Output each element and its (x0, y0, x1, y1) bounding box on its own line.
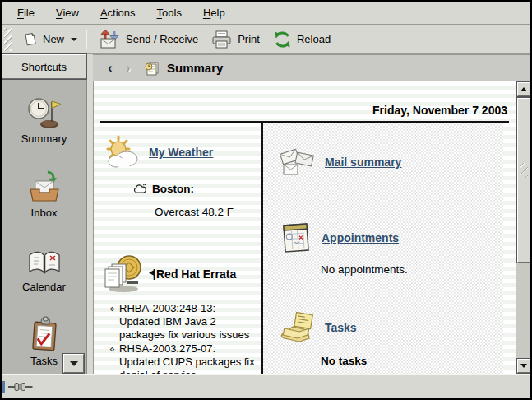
menu-file-mnemonic: F (17, 7, 24, 19)
triangle-up-icon (520, 87, 527, 91)
errata-section-header: Red Hat Errata (102, 254, 258, 294)
cloud-icon (133, 184, 147, 194)
toolbar-separator (86, 30, 87, 49)
menu-bar: File View Actions Tools Help (2, 2, 530, 25)
summary-content: Friday, November 7 2003 (94, 81, 516, 374)
summary-viewport: Friday, November 7 2003 (93, 81, 530, 374)
chevron-down-icon (71, 38, 77, 41)
scrollbar-grip (520, 163, 528, 178)
summary-clock-icon (26, 92, 62, 130)
menu-actions-rest: ctions (108, 7, 136, 19)
flag-icon (149, 269, 155, 280)
toolbar: New Send / Receive (2, 25, 530, 54)
sidebar-label-inbox: Inbox (31, 207, 58, 219)
toolbar-drag-handle[interactable] (4, 28, 12, 51)
reload-icon (273, 30, 292, 49)
send-receive-label: Send / Receive (126, 33, 198, 45)
scroll-up-button[interactable] (517, 82, 530, 96)
no-appointments-text: No appointments. (321, 263, 503, 276)
sidebar-label-summary: Summary (21, 133, 67, 145)
menu-actions-mnemonic: A (100, 7, 108, 19)
no-tasks-text: No tasks (321, 355, 503, 367)
appointments-calendar-icon (278, 221, 314, 255)
online-status-icon[interactable] (8, 381, 36, 393)
menu-file-rest: ile (24, 7, 35, 19)
errata-title-row: Red Hat Errata (149, 267, 236, 281)
sidebar-item-summary[interactable]: Summary (2, 92, 86, 166)
mail-summary-link[interactable]: Mail summary (325, 156, 401, 169)
errata-item[interactable]: RHBA-2003:248-13: Updated IBM Java 2 pac… (109, 302, 255, 342)
summary-left-column: My Weather Boston: Overcast 48. (100, 123, 261, 374)
back-button[interactable]: ‹ (103, 61, 118, 76)
tasks-notes-icon (278, 310, 317, 345)
weather-conditions: Overcast 48.2 F (155, 206, 258, 218)
reload-button[interactable]: Reload (266, 27, 337, 52)
summary-view-icon (144, 61, 160, 76)
menu-item-tools[interactable]: Tools (146, 2, 192, 23)
send-receive-icon (99, 30, 121, 49)
menu-help-rest: elp (210, 7, 224, 19)
sidebar-item-calendar[interactable]: Calendar (2, 240, 86, 314)
tasks-section-header: Tasks (278, 310, 503, 345)
print-label: Print (238, 33, 260, 45)
errata-heading: Red Hat Errata (156, 267, 236, 281)
vertical-scrollbar[interactable] (516, 81, 530, 374)
weather-section-header: My Weather (102, 134, 258, 170)
folder-selector-button[interactable] (63, 354, 84, 373)
menu-item-actions[interactable]: Actions (90, 2, 146, 23)
triangle-down-icon (520, 364, 527, 368)
new-document-icon (23, 31, 38, 47)
menu-item-view[interactable]: View (45, 2, 90, 23)
weather-icon (102, 134, 141, 170)
view-header: ‹ › Summary (93, 54, 530, 81)
new-button[interactable]: New (16, 28, 84, 50)
appointments-section-header: Appointments (278, 221, 503, 255)
menu-view-rest: iew (62, 7, 79, 19)
tasks-link[interactable]: Tasks (325, 321, 357, 334)
date-heading: Friday, November 7 2003 (100, 81, 509, 121)
summary-right-column: Mail summary (261, 123, 503, 374)
main-view: ‹ › Summary Friday, November 7 2003 (93, 54, 530, 374)
menu-item-file[interactable]: File (7, 2, 45, 23)
weather-location-row: Boston: (133, 183, 258, 195)
evolution-window: File View Actions Tools Help New (2, 2, 530, 398)
appointments-link[interactable]: Appointments (322, 231, 399, 244)
errata-list: RHBA-2003:248-13: Updated IBM Java 2 pac… (109, 302, 255, 374)
send-receive-button[interactable]: Send / Receive (93, 26, 205, 52)
pane-grip[interactable] (2, 381, 5, 393)
weather-location: Boston: (152, 183, 194, 195)
status-bar (2, 374, 530, 398)
chevron-down-icon (70, 361, 78, 366)
menu-help-mnemonic: H (203, 7, 210, 19)
shortcuts-group-button[interactable]: Shortcuts (2, 54, 86, 79)
shortcut-bar: Shortcuts Summary (2, 54, 87, 374)
mail-section-header: Mail summary (278, 145, 503, 179)
print-icon (211, 30, 233, 49)
sidebar-label-calendar: Calendar (22, 281, 66, 293)
shortcut-list: Summary Inbox (2, 79, 86, 388)
menu-tools-rest: ools (162, 7, 182, 19)
page-title: Summary (167, 61, 223, 75)
errata-item[interactable]: RHSA-2003:275-07: Updated CUPS packages … (109, 342, 255, 374)
sidebar-item-inbox[interactable]: Inbox (2, 166, 86, 240)
print-button[interactable]: Print (205, 27, 266, 52)
forward-button[interactable]: › (121, 61, 136, 76)
menu-item-help[interactable]: Help (192, 2, 236, 23)
reload-label: Reload (297, 33, 331, 45)
new-button-label: New (43, 33, 64, 45)
calendar-icon (27, 240, 62, 278)
errata-documents-icon (102, 254, 145, 294)
scroll-down-button[interactable] (517, 359, 530, 373)
scrollbar-thumb[interactable] (517, 98, 530, 263)
my-weather-link[interactable]: My Weather (149, 146, 213, 159)
inbox-icon (27, 166, 62, 204)
mail-envelopes-icon (278, 145, 317, 179)
sidebar-label-tasks: Tasks (30, 355, 58, 367)
tasks-clipboard-icon (28, 314, 61, 352)
